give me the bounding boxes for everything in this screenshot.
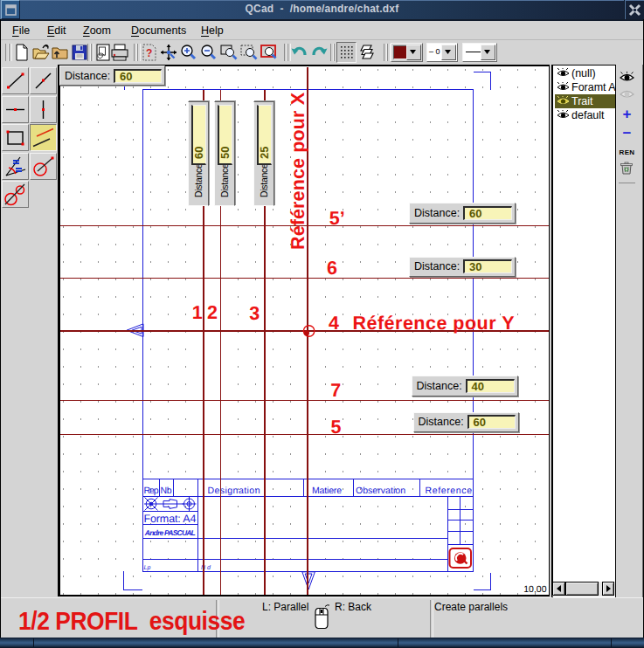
svg-text:Rep: Rep bbox=[144, 486, 159, 496]
svg-text:6: 6 bbox=[327, 258, 337, 279]
svg-text:Référence pour X: Référence pour X bbox=[287, 92, 308, 250]
svg-text:4: 4 bbox=[329, 313, 339, 334]
svg-text:1: 1 bbox=[192, 302, 203, 323]
svg-text:Reference: Reference bbox=[426, 486, 473, 496]
svg-text:Matiere: Matiere bbox=[312, 486, 342, 496]
svg-text:Nb: Nb bbox=[161, 486, 172, 496]
svg-text:N d: N d bbox=[201, 564, 211, 571]
svg-text:Format: A4: Format: A4 bbox=[144, 513, 197, 525]
svg-text:5: 5 bbox=[330, 417, 341, 438]
svg-text:2: 2 bbox=[207, 302, 218, 323]
svg-text:Observation: Observation bbox=[356, 486, 405, 496]
svg-text:?: ? bbox=[146, 47, 152, 59]
svg-text:Designation: Designation bbox=[208, 486, 260, 496]
svg-text:7: 7 bbox=[330, 380, 341, 401]
svg-text:Andre PASCUAL: Andre PASCUAL bbox=[144, 528, 196, 537]
svg-text:Référence pour Y: Référence pour Y bbox=[353, 313, 515, 334]
svg-text:10,00: 10,00 bbox=[523, 584, 546, 595]
svg-text:5’: 5’ bbox=[329, 208, 345, 229]
svg-text:3: 3 bbox=[249, 303, 260, 324]
svg-text:Lp: Lp bbox=[144, 565, 151, 571]
